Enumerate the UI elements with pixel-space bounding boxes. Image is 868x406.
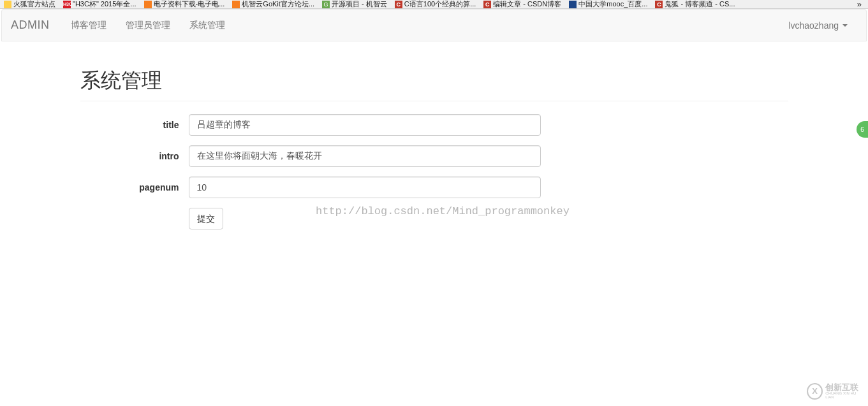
label-pagenum: pagenum — [80, 182, 189, 192]
bookmark-label: 开源项目 - 机智云 — [332, 0, 387, 9]
nav-item-admin[interactable]: 管理员管理 — [116, 10, 180, 41]
corner-logo: X 创新互联 CHUANG XIN HU LIAN — [807, 380, 864, 402]
bookmark-item[interactable]: 机智云GoKit官方论坛... — [231, 0, 316, 9]
bookmark-item[interactable]: C 鬼狐 - 博客频道 - CS... — [654, 0, 736, 9]
page-title: 系统管理 — [80, 67, 788, 95]
caret-down-icon — [842, 24, 848, 27]
bookmark-item[interactable]: 火狐官方站点 — [3, 0, 57, 9]
bookmark-item[interactable]: 中国大学mooc_百度... — [568, 0, 649, 9]
logo-text: 创新互联 — [825, 383, 864, 391]
logo-mark-icon: X — [807, 383, 823, 400]
csdn-icon: C — [483, 1, 491, 8]
form-group-pagenum: pagenum — [80, 177, 788, 198]
csdn-icon: C — [655, 1, 663, 8]
form-group-intro: intro — [80, 145, 788, 167]
side-badge-icon[interactable]: 6 — [857, 121, 868, 138]
bookmark-item[interactable]: G 开源项目 - 机智云 — [321, 0, 388, 9]
input-pagenum[interactable] — [189, 177, 541, 198]
fire-icon — [232, 1, 240, 8]
nav-item-system[interactable]: 系统管理 — [180, 10, 235, 41]
bookmark-label: 中国大学mooc_百度... — [578, 0, 647, 9]
bookmark-label: 编辑文章 - CSDN博客 — [493, 0, 561, 9]
input-title[interactable] — [189, 114, 541, 136]
bookmark-item[interactable]: H3C "H3C杯" 2015年全... — [62, 0, 138, 9]
form-group-title: title — [80, 114, 788, 136]
bookmark-item[interactable]: 电子资料下载-电子电... — [143, 0, 226, 9]
mooc-icon — [569, 1, 577, 8]
username-label: lvchaozhang — [788, 20, 839, 31]
submit-button[interactable]: 提交 — [189, 208, 223, 229]
label-title: title — [80, 120, 189, 130]
system-form: title intro pagenum 提交 — [80, 114, 788, 229]
navbar-brand[interactable]: ADMIN — [11, 18, 61, 32]
page-header: 系统管理 — [80, 67, 788, 101]
main-container: 系统管理 title intro pagenum 提交 — [71, 67, 798, 229]
navbar-right: lvchaozhang — [779, 11, 857, 40]
h3c-icon: H3C — [63, 1, 71, 8]
input-intro[interactable] — [189, 145, 541, 167]
bookmark-item[interactable]: C C语言100个经典的算... — [394, 0, 477, 9]
logo-subtext: CHUANG XIN HU LIAN — [825, 391, 864, 399]
navbar: ADMIN 博客管理 管理员管理 系统管理 lvchaozhang — [1, 9, 867, 41]
nav-item-blog[interactable]: 博客管理 — [61, 10, 116, 41]
bookmark-label: C语言100个经典的算... — [404, 0, 476, 9]
navbar-nav: 博客管理 管理员管理 系统管理 — [61, 10, 235, 41]
user-dropdown[interactable]: lvchaozhang — [779, 11, 857, 40]
bookmark-label: 机智云GoKit官方论坛... — [242, 0, 314, 9]
g-icon: G — [322, 1, 330, 8]
bookmark-item[interactable]: C 编辑文章 - CSDN博客 — [482, 0, 563, 9]
csdn-icon: C — [395, 1, 402, 8]
bookmark-label: "H3C杯" 2015年全... — [73, 0, 136, 9]
label-intro: intro — [80, 151, 189, 161]
bookmark-label: 电子资料下载-电子电... — [154, 0, 225, 9]
more-bookmarks-icon[interactable]: » — [857, 0, 865, 9]
folder-icon — [4, 1, 11, 8]
bookmark-label: 火狐官方站点 — [13, 0, 55, 9]
bookmark-label: 鬼狐 - 博客频道 - CS... — [665, 0, 735, 9]
fire-icon — [144, 1, 152, 8]
bookmark-bar: 火狐官方站点 H3C "H3C杯" 2015年全... 电子资料下载-电子电..… — [0, 0, 868, 9]
